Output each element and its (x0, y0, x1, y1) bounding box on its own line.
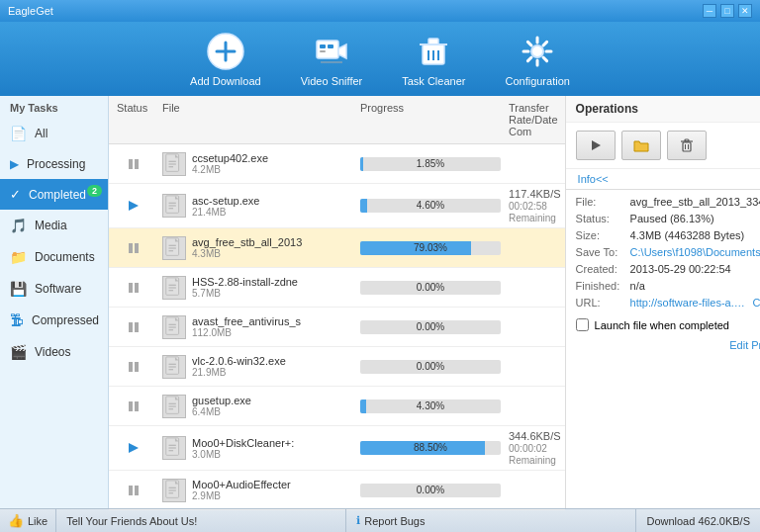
row-status-icon (109, 281, 158, 295)
sidebar-item-compressed[interactable]: 🗜 Compressed (0, 305, 108, 336)
svg-rect-6 (328, 44, 333, 48)
sidebar-item-all-label: All (35, 127, 48, 140)
edit-properties-link[interactable]: Edit Properties... (566, 335, 760, 355)
file-type-icon (162, 276, 186, 300)
svg-rect-37 (129, 243, 133, 253)
finished-label: Finished: (576, 280, 630, 292)
info-row-file: File: avg_free_stb_all_2013_3343_cnet.ex… (576, 196, 760, 208)
video-sniffer-button[interactable]: Video Sniffer (301, 32, 363, 87)
operations-buttons (566, 123, 760, 169)
sidebar-item-completed[interactable]: ✓ Completed 2 (0, 179, 108, 210)
app-title: EagleGet (8, 5, 53, 17)
col-header-status: Status (109, 100, 158, 139)
table-row[interactable]: Moo0+DiskCleaner+: 3.0MB 88.50% 344.6KB/… (109, 426, 565, 471)
task-cleaner-button[interactable]: Task Cleaner (402, 32, 465, 87)
file-size: 21.9MB (192, 367, 286, 378)
add-download-button[interactable]: Add Download (190, 32, 261, 87)
file-size: 2.9MB (192, 490, 291, 501)
configuration-button[interactable]: Configuration (505, 32, 569, 87)
software-icon: 💾 (10, 281, 27, 297)
status-label: Status: (576, 213, 630, 224)
report-bugs-button[interactable]: ℹ Report Bugs (346, 509, 636, 532)
file-name: ccsetup402.exe (192, 152, 268, 164)
svg-rect-38 (135, 243, 139, 253)
col-header-file: File (158, 100, 356, 139)
info-row-created: Created: 2013-05-29 00:22:54 (576, 263, 760, 275)
saveto-value[interactable]: C:\Users\f1098\Documents\EagleGe... (630, 246, 760, 258)
row-status-icon (109, 360, 158, 374)
configuration-label: Configuration (505, 75, 569, 87)
file-size: 112.0MB (192, 327, 301, 338)
table-row[interactable]: gusetup.exe 6.4MB 4.30% (109, 387, 565, 426)
file-type-icon (162, 479, 186, 502)
table-row[interactable]: asc-setup.exe 21.4MB 4.60% 117.4KB/S00:0… (109, 184, 565, 228)
file-name: HSS-2.88-install-zdne (192, 276, 298, 288)
close-button[interactable]: ✕ (738, 4, 752, 18)
url-value[interactable]: http://software-files-a.cnet.com/... (630, 297, 749, 309)
file-size: 6.4MB (192, 406, 251, 417)
svg-marker-4 (338, 44, 346, 58)
col-header-progress: Progress (356, 100, 505, 139)
svg-point-15 (531, 45, 543, 57)
row-file-info: vlc-2.0.6-win32.exe 21.9MB (158, 355, 356, 379)
row-transfer: 344.6KB/S00:00:02 Remaining (505, 430, 565, 466)
table-row[interactable]: vlc-2.0.6-win32.exe 21.9MB 0.00% (109, 347, 565, 387)
info-tab[interactable]: Info<< (566, 169, 620, 189)
folder-button[interactable] (621, 131, 661, 160)
row-progress: 0.00% (356, 360, 505, 374)
row-status-icon (109, 199, 158, 213)
table-row[interactable]: avast_free_antivirus_s 112.0MB 0.00% (109, 308, 565, 347)
sidebar-section-label: My Tasks (0, 96, 108, 118)
svg-line-21 (543, 57, 547, 61)
task-cleaner-icon (414, 32, 453, 71)
operations-header: Operations (566, 96, 760, 123)
sidebar-item-documents[interactable]: 📁 Documents (0, 241, 108, 273)
size-label: Size: (576, 229, 630, 241)
svg-rect-66 (135, 401, 139, 411)
sidebar-item-videos-label: Videos (35, 345, 70, 359)
row-progress: 4.30% (356, 399, 505, 413)
transfer-rate: 117.4KB/S (509, 188, 561, 200)
video-sniffer-icon (312, 32, 351, 71)
videos-icon: 🎬 (10, 344, 27, 360)
row-status-icon (109, 399, 158, 413)
delete-button[interactable] (667, 131, 707, 160)
sidebar-item-media[interactable]: 🎵 Media (0, 210, 108, 241)
table-row[interactable]: avg_free_stb_all_2013 4.3MB 79.03% (109, 228, 565, 268)
row-status-icon (109, 484, 158, 497)
svg-rect-65 (129, 401, 133, 411)
processing-icon: ▶ (10, 157, 19, 171)
row-progress: 88.50% (356, 441, 505, 455)
maximize-button[interactable]: □ (720, 4, 734, 18)
row-file-info: asc-setup.exe 21.4MB (158, 194, 356, 218)
minimize-button[interactable]: ─ (703, 4, 716, 18)
svg-rect-79 (135, 486, 139, 495)
like-button[interactable]: 👍 Like (0, 509, 56, 532)
right-panel: Operations Info<< (565, 96, 760, 508)
sidebar-item-processing[interactable]: ▶ Processing (0, 149, 108, 179)
sidebar-item-videos[interactable]: 🎬 Videos (0, 336, 108, 368)
file-details: gusetup.exe 6.4MB (192, 395, 251, 417)
table-row[interactable]: ccsetup402.exe 4.2MB 1.85% (109, 144, 565, 184)
launch-checkbox[interactable] (576, 318, 589, 331)
video-sniffer-label: Video Sniffer (301, 75, 363, 87)
table-row[interactable]: HSS-2.88-install-zdne 5.7MB 0.00% (109, 268, 565, 308)
play-button[interactable] (576, 131, 616, 160)
content-area: Status File Progress Transfer Rate/Date … (109, 96, 565, 508)
table-row[interactable]: Moo0+AudioEffecter 2.9MB 0.00% (109, 471, 565, 510)
svg-rect-5 (320, 44, 326, 48)
sidebar-item-completed-label: Completed (29, 188, 86, 202)
svg-marker-72 (129, 443, 139, 453)
sidebar-item-all[interactable]: 📄 All (0, 118, 108, 149)
sidebar: My Tasks 📄 All ▶ Processing ✓ Completed … (0, 96, 109, 508)
svg-marker-31 (129, 201, 139, 211)
url-copy[interactable]: Copy (753, 297, 760, 309)
file-name: gusetup.exe (192, 395, 251, 406)
size-value: 4.3MB (4463288 Bytes) (630, 229, 760, 241)
row-progress: 1.85% (356, 157, 505, 171)
row-file-info: Moo0+DiskCleaner+: 3.0MB (158, 436, 356, 460)
sidebar-item-software[interactable]: 💾 Software (0, 273, 108, 305)
file-details: avast_free_antivirus_s 112.0MB (192, 315, 301, 338)
file-name: asc-setup.exe (192, 195, 259, 207)
file-details: asc-setup.exe 21.4MB (192, 195, 259, 218)
